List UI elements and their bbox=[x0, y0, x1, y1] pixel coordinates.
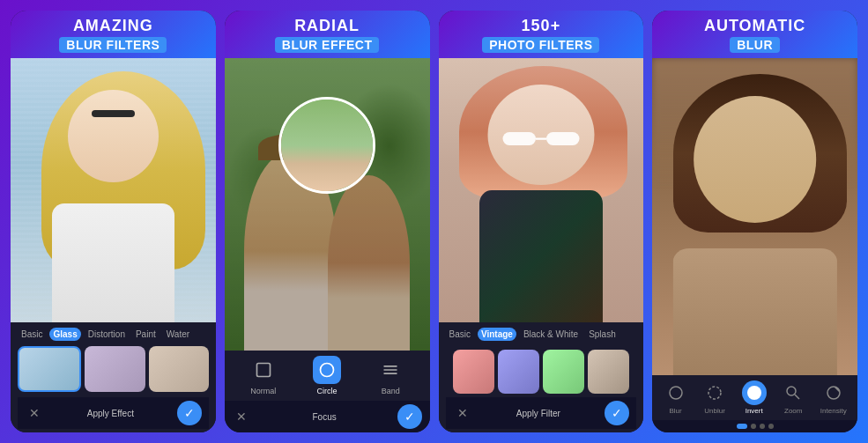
blur-tool-label: Blur bbox=[669, 407, 681, 415]
svg-rect-5 bbox=[502, 132, 536, 145]
portrait-face bbox=[694, 96, 817, 223]
panel-2-title-main: RADIAL bbox=[230, 18, 425, 35]
blur-tool-icon bbox=[664, 380, 688, 405]
tool-row-4: Blur Unblur Invert bbox=[652, 375, 857, 420]
svg-point-8 bbox=[670, 387, 682, 399]
tool-blur[interactable]: Blur bbox=[664, 380, 688, 415]
tab-basic[interactable]: Basic bbox=[18, 328, 46, 341]
panel-4-header: AUTOMATIC BLUR bbox=[652, 11, 857, 58]
circle-shape-icon bbox=[313, 356, 341, 384]
panel-4-title-sub: BLUR bbox=[730, 37, 780, 53]
shape-band[interactable]: Band bbox=[376, 356, 404, 395]
svg-line-12 bbox=[795, 395, 799, 399]
dot-3 bbox=[760, 424, 765, 429]
svg-rect-0 bbox=[256, 364, 270, 377]
body-floral bbox=[479, 190, 603, 322]
apply-filter-label: Apply Filter bbox=[516, 409, 560, 418]
shape-band-label: Band bbox=[382, 387, 400, 395]
zoom-tool-icon bbox=[781, 380, 805, 405]
tab-basic-3[interactable]: Basic bbox=[446, 328, 474, 341]
filter-tabs-1: Basic Glass Distortion Paint Water bbox=[18, 328, 209, 341]
shape-circle[interactable]: Circle bbox=[313, 356, 341, 395]
close-icon-3[interactable]: ✕ bbox=[453, 403, 472, 423]
sunglasses bbox=[92, 110, 135, 117]
tab-splash-3[interactable]: Splash bbox=[585, 328, 619, 341]
body-shirt bbox=[52, 203, 175, 322]
svg-point-11 bbox=[787, 387, 796, 395]
dot-4 bbox=[768, 424, 774, 429]
panel-1-image bbox=[11, 58, 216, 322]
unblur-tool-label: Unblur bbox=[704, 407, 725, 415]
panel-4-title-main: AUTOMATIC bbox=[657, 18, 852, 35]
svg-point-10 bbox=[747, 386, 761, 400]
tool-invert[interactable]: Invert bbox=[742, 380, 767, 415]
panel-blur-filters: AMAZING BLUR FILTERS Basic Glass Distort… bbox=[11, 11, 216, 432]
shape-normal[interactable]: Normal bbox=[249, 356, 278, 395]
person-b bbox=[328, 175, 410, 351]
dot-row-4 bbox=[652, 420, 857, 432]
focus-label: Focus bbox=[313, 412, 337, 422]
tool-intensity[interactable]: Intensity bbox=[820, 380, 847, 415]
panel-3-figure bbox=[439, 58, 644, 322]
tab-water[interactable]: Water bbox=[163, 328, 193, 341]
thumb-1[interactable] bbox=[18, 346, 81, 392]
panel-radial-blur: RADIAL BLUR EFFECT Normal bbox=[225, 11, 430, 432]
close-icon-2[interactable]: ✕ bbox=[232, 407, 251, 426]
close-icon-1[interactable]: ✕ bbox=[25, 403, 44, 423]
tab-glass[interactable]: Glass bbox=[49, 328, 80, 341]
panel-1-figure bbox=[11, 58, 216, 322]
check-icon-2[interactable]: ✓ bbox=[397, 404, 422, 429]
invert-tool-icon bbox=[742, 380, 767, 405]
filter-thumbnails-3 bbox=[446, 346, 637, 397]
intensity-tool-label: Intensity bbox=[820, 407, 847, 415]
thumbnail-row-1 bbox=[18, 346, 209, 392]
filter-thumb-3[interactable] bbox=[543, 350, 584, 394]
people-in-circle bbox=[281, 100, 373, 191]
tab-vintage-3[interactable]: Vintage bbox=[478, 328, 516, 341]
circle-focus[interactable] bbox=[278, 97, 375, 194]
filter-thumb-4[interactable] bbox=[588, 350, 629, 394]
filter-thumb-1[interactable] bbox=[453, 350, 494, 394]
panel-3-header: 150+ PHOTO FILTERS bbox=[439, 11, 644, 58]
panel-2-image bbox=[225, 58, 430, 351]
portrait-body bbox=[673, 248, 837, 375]
thumb-3[interactable] bbox=[149, 346, 209, 392]
panel-photo-filters: 150+ PHOTO FILTERS Basic Vintage Black &… bbox=[439, 11, 644, 432]
square-shape-icon bbox=[249, 356, 278, 384]
svg-point-9 bbox=[708, 387, 721, 399]
unblur-tool-icon bbox=[702, 380, 727, 405]
dot-2 bbox=[751, 424, 756, 429]
thumb-2[interactable] bbox=[85, 346, 145, 392]
apply-effect-label: Apply Effect bbox=[87, 409, 134, 418]
invert-tool-label: Invert bbox=[746, 407, 763, 415]
svg-point-1 bbox=[321, 364, 334, 377]
panel-3-image bbox=[439, 58, 644, 322]
shape-selector: Normal Circle Band bbox=[225, 351, 430, 401]
panel-1-title-main: AMAZING bbox=[16, 18, 211, 35]
face-oval bbox=[68, 90, 158, 182]
band-shape-icon bbox=[376, 356, 404, 384]
filter-tabs-3: Basic Vintage Black & White Splash bbox=[446, 328, 637, 341]
panel-4-image bbox=[652, 58, 857, 375]
tab-paint[interactable]: Paint bbox=[132, 328, 160, 341]
tool-unblur[interactable]: Unblur bbox=[702, 380, 727, 415]
filter-thumb-2[interactable] bbox=[498, 350, 539, 394]
bottom-bar-3: ✕ Apply Filter ✓ bbox=[446, 397, 637, 429]
check-icon-3[interactable]: ✓ bbox=[605, 401, 629, 425]
panel-1-title-sub: BLUR FILTERS bbox=[59, 37, 167, 53]
dot-active bbox=[737, 424, 747, 429]
panel-2-header: RADIAL BLUR EFFECT bbox=[225, 11, 430, 58]
tab-bw-3[interactable]: Black & White bbox=[520, 328, 582, 341]
panel-3-controls: Basic Vintage Black & White Splash ✕ App… bbox=[439, 322, 644, 432]
bottom-bar-1: ✕ Apply Effect ✓ bbox=[18, 397, 209, 429]
intensity-tool-icon bbox=[821, 380, 846, 405]
tool-zoom[interactable]: Zoom bbox=[781, 380, 805, 415]
shape-normal-label: Normal bbox=[250, 387, 276, 395]
tab-distortion[interactable]: Distortion bbox=[85, 328, 129, 341]
sunglasses-svg bbox=[487, 129, 594, 148]
check-icon-1[interactable]: ✓ bbox=[177, 401, 202, 425]
shape-circle-label: Circle bbox=[317, 387, 338, 395]
panel-3-title-main: 150+ bbox=[444, 18, 639, 35]
panel-2-title-sub: BLUR EFFECT bbox=[275, 37, 380, 53]
bottom-bar-2: ✕ Focus ✓ bbox=[225, 401, 430, 432]
